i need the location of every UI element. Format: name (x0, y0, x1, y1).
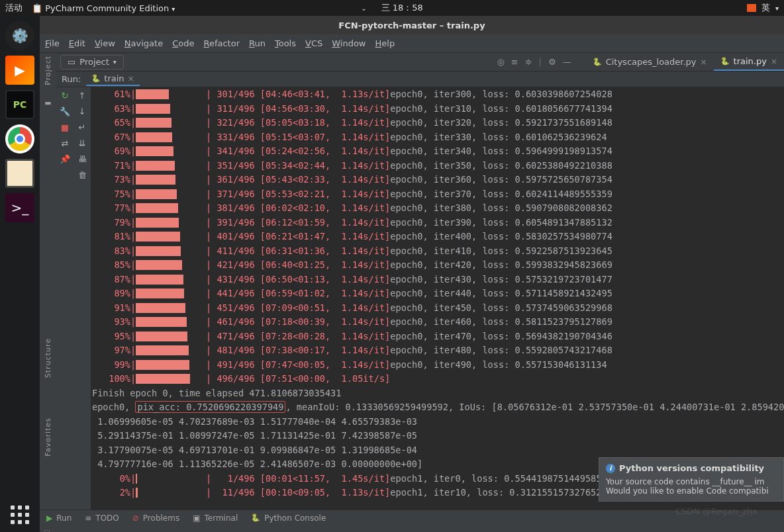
menu-help[interactable]: Help (375, 38, 395, 48)
project-dropdown[interactable]: ▭ Project ▾ (60, 55, 124, 69)
watermark: CSDN @Regan_zhx (675, 506, 758, 516)
ubuntu-launcher: ⚙️ ▶ PC >_ (0, 16, 40, 532)
hide-icon[interactable]: — (563, 57, 571, 67)
menu-bar: FileEditViewNavigateCodeRefactorRunTools… (40, 34, 784, 53)
run-pane: ↻ ↑ 🔧 ↓ ■ ↵ ⇄ ⇊ 📌 🖶 🗑 61%|| 301/496 [04:… (56, 87, 784, 510)
app-grid-icon[interactable] (11, 506, 29, 524)
indicator-icon[interactable] (747, 4, 756, 12)
project-view-icon: ▭ (68, 57, 75, 67)
run-tool-column: ↻ ↑ 🔧 ↓ ■ ↵ ⇄ ⇊ 📌 🖶 🗑 (56, 87, 91, 510)
settings-icon[interactable]: ⚙️ (5, 21, 34, 50)
tool-row: ▭ Project ▾ ◎ ≡ ≑ | ⚙ — 🐍Cityscapes_load… (56, 53, 784, 71)
python-icon: 🐍 (593, 58, 602, 66)
console-output[interactable]: 61%|| 301/496 [04:46<03:41, 1.13s/it]epo… (91, 87, 784, 510)
collapse-icon[interactable]: ≑ (525, 57, 532, 67)
terminal-icon[interactable]: >_ (5, 193, 34, 222)
run-header: Run: 🐍 train × (56, 71, 784, 87)
left-gutter: Project ▬ Structure Favorites (40, 53, 56, 516)
gnome-topbar: 活动 📋 PyCharm Community Edition ▾ ⌄三 18：5… (0, 0, 784, 16)
chevron-down-icon: ▾ (113, 58, 117, 66)
menu-window[interactable]: Window (332, 38, 366, 48)
editor-tab[interactable]: 🐍train.py× (714, 53, 784, 71)
pin-icon[interactable]: 📌 (56, 151, 74, 167)
play-icon: ▶ (46, 513, 52, 523)
terminal-bottom-icon: ▣ (193, 513, 200, 523)
ime-indicator[interactable]: 英 (761, 2, 770, 14)
editor-tabs: 🐍Cityscapes_loader.py×🐍train.py× (586, 53, 784, 71)
rerun-icon[interactable]: ↻ (56, 87, 74, 103)
folder-icon[interactable]: ▬ (44, 99, 51, 107)
scroll-icon[interactable]: ⇊ (74, 135, 91, 151)
python-icon: 🐍 (251, 513, 260, 522)
expand-icon[interactable]: ≡ (511, 57, 518, 67)
python-icon: 🐍 (91, 74, 101, 83)
structure-toolwindow[interactable]: Structure (44, 338, 52, 378)
popup-line: Your source code contains __future__ im (606, 477, 777, 486)
menu-file[interactable]: File (45, 38, 60, 48)
menu-refactor[interactable]: Refactor (203, 38, 240, 48)
gear-icon[interactable]: ⚙ (548, 57, 556, 67)
menu-edit[interactable]: Edit (69, 38, 85, 48)
popup-title: i Python versions compatibility (606, 463, 777, 473)
files-icon[interactable] (5, 159, 34, 188)
print-icon[interactable]: 🖶 (74, 151, 91, 167)
layout-icon[interactable]: ⇄ (56, 135, 74, 151)
favorites-toolwindow[interactable]: Favorites (44, 418, 52, 457)
compatibility-popup[interactable]: i Python versions compatibility Your sou… (599, 457, 784, 502)
target-icon[interactable]: ◎ (497, 57, 504, 67)
app-menu[interactable]: 📋 PyCharm Community Edition ▾ (32, 3, 175, 13)
problems-tab[interactable]: ⊘Problems (132, 513, 179, 523)
run-tab[interactable]: ▶Run (46, 513, 72, 523)
close-icon[interactable]: × (701, 58, 707, 67)
trash-icon[interactable]: 🗑 (74, 167, 91, 183)
close-icon[interactable]: × (771, 57, 777, 66)
softwrap-icon[interactable]: ↵ (74, 119, 91, 135)
activities-button[interactable]: 活动 (5, 2, 23, 14)
run-label: Run: (62, 74, 81, 84)
clock[interactable]: ⌄三 18：58 (361, 2, 423, 14)
project-toolbar: ◎ ≡ ≑ | ⚙ — (497, 57, 571, 67)
status-icon[interactable]: ▭ (40, 527, 50, 532)
menu-vcs[interactable]: VCS (305, 38, 322, 48)
bottom-toolbar: ▶Run ≡TODO ⊘Problems ▣Terminal 🐍Python C… (40, 510, 784, 525)
chrome-icon[interactable] (5, 124, 34, 154)
pycharm-icon[interactable]: PC (5, 90, 34, 119)
python-icon: 🐍 (720, 57, 730, 66)
info-icon: i (606, 464, 615, 473)
close-icon[interactable]: × (128, 74, 134, 83)
tab-label: train.py (734, 56, 767, 66)
popup-line: Would you like to enable Code compatibi (606, 486, 777, 496)
wrench-icon[interactable]: 🔧 (56, 103, 74, 119)
tab-label: Cityscapes_loader.py (606, 57, 697, 67)
menu-code[interactable]: Code (172, 38, 194, 48)
status-strip: ▭ (40, 525, 784, 532)
problems-icon: ⊘ (132, 513, 139, 523)
run-config-tab[interactable]: 🐍 train × (86, 72, 139, 86)
menu-view[interactable]: View (95, 38, 115, 48)
todo-icon: ≡ (85, 513, 91, 523)
menu-run[interactable]: Run (249, 38, 266, 48)
system-menu-icon[interactable]: ▾ (775, 5, 779, 12)
project-toolwindow[interactable]: Project (44, 56, 52, 85)
down-icon[interactable]: ↓ (74, 103, 91, 119)
pyconsole-tab[interactable]: 🐍Python Console (251, 513, 326, 523)
menu-navigate[interactable]: Navigate (124, 38, 163, 48)
media-player-icon[interactable]: ▶ (5, 56, 34, 85)
window-title: FCN-pytorch-master – train.py (40, 16, 784, 34)
stop-icon[interactable]: ■ (56, 119, 74, 135)
up-icon[interactable]: ↑ (74, 87, 91, 103)
menu-tools[interactable]: Tools (275, 38, 296, 48)
todo-tab[interactable]: ≡TODO (85, 513, 119, 523)
editor-tab[interactable]: 🐍Cityscapes_loader.py× (586, 53, 714, 71)
terminal-tab[interactable]: ▣Terminal (193, 513, 238, 523)
